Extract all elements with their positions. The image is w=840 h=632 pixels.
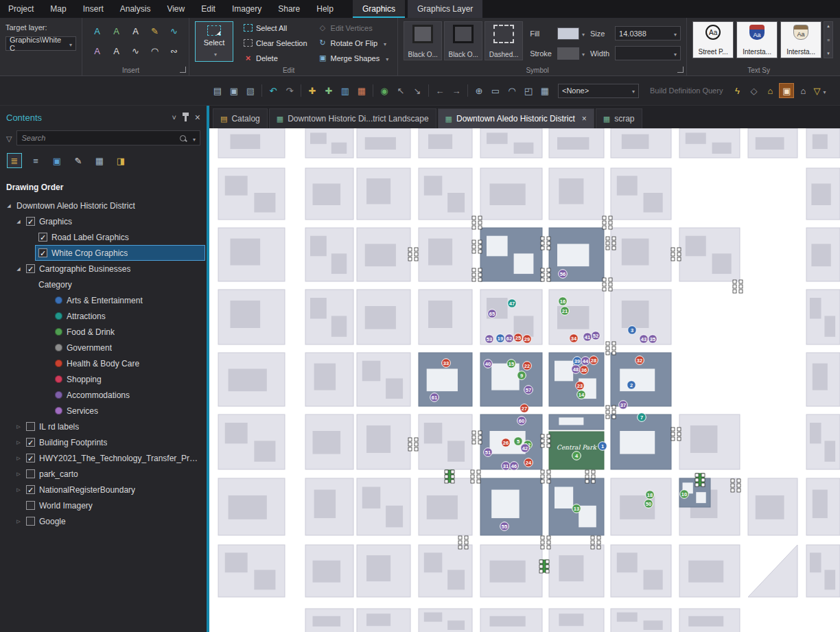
poi-marker-35[interactable]: 35 [649, 335, 657, 344]
collapsed-expander-icon[interactable] [14, 471, 23, 477]
search-input[interactable]: Search [16, 130, 200, 145]
visibility-checkbox[interactable] [26, 501, 35, 510]
selection-handle-cluster[interactable] [472, 240, 482, 253]
selection-handle-cluster[interactable] [733, 280, 743, 293]
catalog-building-icon[interactable]: ⌂ [762, 83, 778, 98]
tree-item-park-carto[interactable]: park_carto [0, 466, 207, 482]
visibility-checkbox[interactable] [26, 517, 35, 526]
poi-marker-4[interactable]: 4 [572, 452, 581, 460]
dialog-launcher-icon[interactable] [180, 67, 186, 73]
selection-handle-cluster[interactable] [408, 248, 418, 261]
gallery-up-icon[interactable]: ▴ [827, 23, 830, 29]
poi-marker-52[interactable]: 52 [592, 331, 600, 340]
tree-item-government[interactable]: Government [0, 340, 207, 355]
tree-item-attractions[interactable]: Attractions [0, 308, 207, 324]
poi-marker-32[interactable]: 32 [635, 356, 644, 365]
selection-handle-cluster[interactable] [445, 470, 454, 483]
poi-marker-22[interactable]: 22 [523, 362, 532, 371]
poi-marker-48[interactable]: 48 [572, 365, 581, 374]
poi-marker-10[interactable]: 10 [680, 490, 689, 499]
poi-marker-26[interactable]: 26 [502, 438, 511, 447]
map-frame-icon[interactable]: ▣ [226, 83, 242, 98]
popup-icon[interactable]: ◰ [521, 83, 536, 98]
menu-project[interactable]: Project [0, 0, 42, 18]
collapsed-expander-icon[interactable] [14, 519, 23, 524]
selection-handle-cluster[interactable] [541, 470, 550, 483]
poi-marker-41[interactable]: 41 [583, 333, 592, 342]
visibility-checkbox[interactable] [26, 264, 35, 273]
poi-marker-1[interactable]: 1 [598, 442, 607, 451]
dashed-swatch[interactable]: Dashed... [485, 21, 523, 60]
gallery-scrollbar[interactable]: ▴≡▾ [824, 21, 833, 58]
selection-handle-cluster[interactable] [472, 431, 482, 444]
tree-item-building-footprints[interactable]: Building Footprints [0, 434, 207, 450]
tree-item-hwy2021-the-technology-transfer-program[interactable]: HWY2021_The_Technology_Transfer_Program.… [0, 450, 207, 466]
previous-extent-icon[interactable]: ← [432, 83, 447, 98]
expanded-expander-icon[interactable] [14, 219, 23, 224]
tree-item-shopping[interactable]: Shopping [0, 371, 207, 387]
collapsed-expander-icon[interactable] [14, 440, 23, 445]
geoprocessing-icon[interactable]: ◇ [746, 83, 761, 98]
attribute-table-icon[interactable]: ▦ [537, 83, 552, 98]
poi-marker-13[interactable]: 13 [572, 504, 581, 513]
list-by-editing-button[interactable]: ✎ [71, 153, 86, 168]
expanded-expander-icon[interactable] [14, 266, 23, 272]
add-layer-icon[interactable]: ▥ [338, 83, 353, 98]
tree-item-accommodations[interactable]: Accommodations [0, 387, 207, 403]
poi-marker-56[interactable]: 56 [559, 270, 568, 279]
selection-handle-cluster[interactable] [541, 536, 550, 549]
interstate-label-style-2[interactable]: AaIntersta... [780, 21, 821, 58]
poi-marker-29[interactable]: 29 [523, 335, 532, 344]
gallery-more-icon[interactable]: ≡ [827, 38, 830, 43]
expand-panes-icon[interactable]: ↘ [410, 83, 425, 98]
poi-marker-16[interactable]: 16 [559, 297, 568, 306]
poi-marker-14[interactable]: 14 [577, 390, 586, 399]
selection-handle-cluster[interactable] [671, 428, 681, 441]
poi-marker-27[interactable]: 27 [520, 404, 529, 413]
clear-selection-button[interactable]: Clear Selection [240, 36, 311, 49]
selection-handle-cluster[interactable] [603, 216, 612, 229]
width-combo[interactable] [615, 46, 681, 60]
fill-color-picker[interactable] [557, 27, 585, 40]
list-by-selection-button[interactable]: ▣ [49, 153, 65, 168]
selection-handle-cluster[interactable] [671, 248, 681, 261]
poi-marker-57[interactable]: 57 [524, 386, 533, 395]
text-button[interactable]: A [126, 21, 145, 40]
poi-marker-33[interactable]: 33 [442, 359, 451, 368]
next-extent-icon[interactable]: → [449, 83, 464, 98]
poi-marker-28[interactable]: 28 [590, 356, 598, 365]
tree-item-food-drink[interactable]: Food & Drink [0, 324, 207, 340]
black-outline-swatch-1[interactable]: Black O... [404, 21, 442, 60]
tree-item-world-imagery[interactable]: World Imagery [0, 498, 207, 513]
map-canvas[interactable]: Central Park6547162156531962252934415234… [209, 128, 840, 632]
list-by-snapping-button[interactable]: ▦ [92, 153, 107, 168]
pin-icon[interactable] [185, 114, 187, 121]
menu-help[interactable]: Help [308, 0, 342, 18]
collapsed-expander-icon[interactable] [14, 487, 23, 493]
arc-text-button[interactable]: ◠ [145, 41, 164, 60]
poi-marker-50[interactable]: 50 [644, 500, 653, 508]
selection-handle-cluster[interactable] [541, 268, 550, 281]
poi-marker-37[interactable]: 37 [619, 401, 628, 410]
visibility-checkbox[interactable] [38, 233, 47, 242]
new-layout-icon[interactable]: ▧ [243, 83, 258, 98]
selection-handle-cluster[interactable] [471, 470, 480, 483]
selection-handle-cluster[interactable] [695, 473, 705, 487]
brush-button[interactable]: ✎ [145, 21, 164, 40]
visibility-checkbox[interactable] [26, 469, 35, 478]
menu-analysis[interactable]: Analysis [112, 0, 159, 18]
poi-marker-31[interactable]: 31 [502, 462, 511, 471]
list-by-labeling-button[interactable]: ◨ [113, 153, 128, 168]
poi-marker-61[interactable]: 61 [430, 393, 439, 402]
poi-marker-42[interactable]: 42 [521, 444, 530, 453]
selection-handle-cluster[interactable] [472, 268, 482, 281]
measure-icon[interactable]: ◠ [504, 83, 520, 98]
list-by-drawing-order-button[interactable]: ≣ [7, 153, 22, 168]
select-all-button[interactable]: Select All [240, 21, 311, 34]
project-save-icon[interactable]: ▤ [210, 83, 225, 98]
poi-marker-65[interactable]: 65 [488, 309, 497, 318]
tree-item-cartographic-businesses[interactable]: Cartographic Businesses [0, 261, 207, 277]
delete-button[interactable]: ×Delete [240, 51, 311, 65]
selection-handle-cluster[interactable] [603, 278, 612, 291]
close-icon[interactable] [579, 114, 587, 124]
